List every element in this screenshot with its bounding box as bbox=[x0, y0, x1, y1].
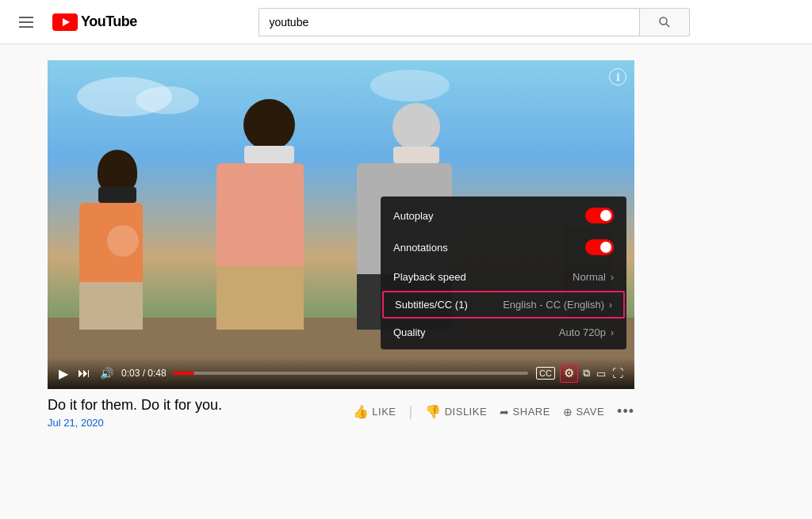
hamburger-line1 bbox=[19, 17, 33, 18]
save-icon: ⊕ bbox=[563, 406, 573, 418]
annotations-toggle[interactable] bbox=[585, 239, 614, 255]
hamburger-line2 bbox=[19, 21, 33, 23]
video-title: Do it for them. Do it for you. bbox=[48, 397, 222, 414]
quality-value: Auto 720p bbox=[559, 326, 606, 338]
action-separator1: | bbox=[409, 403, 413, 420]
like-icon: 👍 bbox=[353, 404, 370, 419]
skip-next-button[interactable]: ⏭ bbox=[76, 364, 92, 382]
settings-gear-icon: ⚙ bbox=[564, 366, 574, 380]
volume-button[interactable]: 🔊 bbox=[98, 365, 115, 381]
info-icon[interactable]: ℹ bbox=[609, 68, 626, 86]
right-controls: CC ⚙ ⧉ ▭ ⛶ bbox=[534, 364, 625, 383]
playback-speed-label: Playback speed bbox=[393, 271, 466, 283]
fullscreen-icon: ⛶ bbox=[612, 367, 623, 380]
share-button[interactable]: ➦ SHARE bbox=[500, 406, 550, 418]
subtitles-value: English - CC (English) bbox=[503, 299, 604, 311]
search-form bbox=[259, 8, 690, 36]
person1 bbox=[91, 150, 143, 330]
settings-playback-speed-row[interactable]: Playback speed Normal › bbox=[381, 263, 626, 291]
volume-icon: 🔊 bbox=[100, 367, 113, 380]
header: YouTube bbox=[0, 0, 812, 44]
settings-button[interactable]: ⚙ bbox=[560, 364, 578, 383]
theater-icon: ▭ bbox=[596, 368, 606, 380]
video-info: Do it for them. Do it for you. Jul 21, 2… bbox=[48, 397, 634, 429]
dislike-label: DISLIKE bbox=[445, 406, 487, 418]
hamburger-line3 bbox=[19, 26, 33, 28]
video-player[interactable]: ℹ Autoplay Annotations Playback speed bbox=[48, 60, 634, 389]
video-container: ℹ Autoplay Annotations Playback speed bbox=[48, 60, 634, 429]
save-button[interactable]: ⊕ SAVE bbox=[563, 406, 604, 418]
play-icon: ▶ bbox=[59, 366, 68, 381]
progress-bar[interactable] bbox=[173, 372, 528, 375]
search-input[interactable] bbox=[259, 8, 639, 36]
like-button[interactable]: 👍 LIKE bbox=[353, 404, 396, 419]
miniplayer-icon: ⧉ bbox=[583, 367, 590, 380]
subtitles-label: Subtitles/CC (1) bbox=[395, 299, 468, 311]
skip-next-icon: ⏭ bbox=[78, 366, 90, 380]
share-label: SHARE bbox=[513, 406, 550, 418]
subtitles-chevron: › bbox=[609, 300, 612, 311]
time-display: 0:03 / 0:48 bbox=[121, 368, 167, 379]
captions-icon: CC bbox=[536, 367, 555, 380]
captions-button[interactable]: CC bbox=[534, 365, 557, 381]
video-date: Jul 21, 2020 bbox=[48, 417, 222, 429]
playback-speed-value: Normal bbox=[573, 271, 606, 283]
autoplay-label: Autoplay bbox=[393, 210, 434, 222]
autoplay-toggle[interactable] bbox=[585, 208, 614, 223]
settings-annotations-row[interactable]: Annotations bbox=[381, 231, 626, 263]
settings-quality-row[interactable]: Quality Auto 720p › bbox=[381, 319, 626, 346]
person2 bbox=[234, 99, 304, 330]
play-button[interactable]: ▶ bbox=[57, 364, 70, 383]
settings-popup: Autoplay Annotations Playback speed Norm… bbox=[381, 197, 626, 349]
cloud2 bbox=[136, 86, 199, 114]
fullscreen-button[interactable]: ⛶ bbox=[611, 365, 625, 381]
search-button[interactable] bbox=[639, 8, 690, 36]
youtube-logo[interactable]: YouTube bbox=[52, 13, 137, 31]
youtube-logo-text: YouTube bbox=[81, 13, 137, 30]
miniplayer-button[interactable]: ⧉ bbox=[581, 365, 592, 381]
playback-speed-chevron: › bbox=[611, 272, 614, 283]
hamburger-menu[interactable] bbox=[13, 10, 40, 34]
search-icon bbox=[658, 16, 671, 29]
settings-autoplay-row[interactable]: Autoplay bbox=[381, 200, 626, 231]
player-controls: ▶ ⏭ 🔊 0:03 / 0:48 CC ⚙ bbox=[48, 357, 634, 389]
more-icon: ••• bbox=[617, 403, 634, 420]
share-icon: ➦ bbox=[500, 406, 510, 418]
more-button[interactable]: ••• bbox=[617, 403, 634, 420]
dislike-button[interactable]: 👎 DISLIKE bbox=[425, 404, 487, 419]
like-label: LIKE bbox=[372, 406, 396, 418]
quality-chevron: › bbox=[611, 327, 614, 338]
quality-label: Quality bbox=[393, 326, 425, 338]
svg-point-2 bbox=[660, 17, 667, 25]
svg-line-3 bbox=[666, 24, 669, 27]
main-content: ℹ Autoplay Annotations Playback speed bbox=[0, 44, 812, 445]
video-actions: 👍 LIKE | 👎 DISLIKE ➦ SHARE ⊕ SAVE bbox=[353, 403, 634, 420]
progress-fill bbox=[173, 372, 194, 375]
annotations-label: Annotations bbox=[393, 242, 448, 254]
youtube-logo-icon bbox=[52, 13, 78, 31]
settings-subtitles-row[interactable]: Subtitles/CC (1) English - CC (English) … bbox=[382, 291, 625, 319]
cloud3 bbox=[370, 70, 450, 101]
theater-button[interactable]: ▭ bbox=[595, 366, 607, 381]
dislike-icon: 👎 bbox=[425, 404, 442, 419]
save-label: SAVE bbox=[576, 406, 604, 418]
